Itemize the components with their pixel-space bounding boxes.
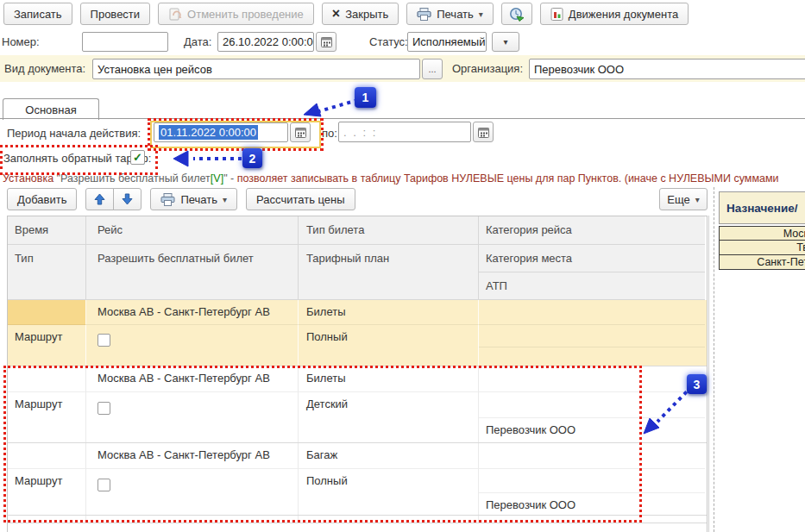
status-select[interactable]: Исполняемый [407, 32, 487, 52]
cell-ticket-type[interactable]: Багаж [299, 443, 479, 469]
org-input[interactable]: Перевозчик ООО [529, 59, 805, 79]
period-from-input[interactable]: 01.11.2022 0:00:00 [154, 122, 288, 142]
destination-row[interactable]: Тв [719, 241, 805, 255]
cell-flight-category[interactable] [479, 443, 705, 469]
cell-empty[interactable] [86, 493, 299, 515]
header-flight-category: Категория рейса [479, 216, 705, 245]
period-label: Период начала действия: [7, 127, 141, 140]
cell-time[interactable] [8, 300, 86, 325]
status-label: Статус: [369, 35, 408, 48]
free-ticket-checkbox[interactable] [97, 402, 110, 415]
cell-route[interactable]: Москва АВ - Санкт-Петербург АВ [86, 366, 299, 392]
period-to-input[interactable]: . . : : [338, 122, 471, 142]
table-group-3: Москва АВ - Санкт-Петербург АВ Багаж Мар… [8, 443, 707, 516]
period-from-value: 01.11.2022 0:00:00 [159, 125, 258, 140]
cell-row-type[interactable]: Маршрут [8, 469, 86, 493]
status-dropdown-button[interactable]: ▾ [492, 32, 519, 52]
calendar-icon [295, 127, 306, 138]
free-ticket-checkbox[interactable] [97, 334, 110, 347]
destination-matrix-header: Назначение/ [719, 191, 805, 224]
doc-kind-label: Вид документа: [4, 62, 85, 75]
doc-movements-button[interactable]: Движения документа [540, 3, 689, 25]
destination-row[interactable]: Санкт-Пет [719, 255, 805, 270]
cell-empty[interactable] [299, 493, 479, 515]
header-atp: АТП [479, 272, 705, 299]
destination-row[interactable]: Моск [719, 226, 805, 241]
cell-empty[interactable] [8, 347, 86, 366]
free-ticket-checkbox[interactable] [97, 479, 110, 491]
save-button[interactable]: Записать [3, 3, 72, 25]
annotation-badge-1: 1 [355, 87, 376, 108]
cell-atp[interactable]: Перевозчик ООО [479, 493, 705, 515]
cell-atp[interactable]: Перевозчик ООО [479, 418, 705, 442]
cell-atp[interactable] [479, 347, 705, 366]
more-button[interactable]: Еще ▾ [659, 188, 708, 210]
cell-free-ticket[interactable] [86, 325, 299, 347]
cell-seat-category[interactable] [479, 469, 705, 493]
cell-tariff-plan[interactable]: Полный [299, 469, 479, 493]
print-button-table[interactable]: Печать ▾ [150, 188, 237, 210]
refresh-icon [509, 7, 525, 22]
date-input[interactable]: 26.10.2022 0:00:00 [217, 32, 314, 52]
period-from-calendar-button[interactable] [290, 122, 311, 142]
org-label: Организация: [452, 62, 523, 75]
date-calendar-button[interactable] [316, 32, 336, 52]
header-free-ticket: Разрешить бесплатный билет [86, 245, 299, 300]
printer-icon [417, 8, 431, 21]
cell-free-ticket[interactable] [86, 469, 299, 493]
top-toolbar: Записать Провести Отменить проведение × … [3, 3, 689, 25]
cell-empty[interactable] [86, 347, 299, 366]
undo-post-button: Отменить проведение [158, 3, 314, 25]
dropdown-icon: ▾ [479, 9, 483, 19]
move-up-button[interactable] [85, 188, 114, 210]
cell-time[interactable] [8, 366, 86, 392]
cell-ticket-type[interactable]: Билеты [299, 300, 479, 325]
close-icon: × [332, 7, 340, 21]
cell-row-type[interactable]: Маршрут [8, 392, 86, 418]
table-scroll-strip[interactable] [708, 216, 709, 532]
ellipsis-icon: ... [428, 67, 436, 71]
print-button-top[interactable]: Печать ▾ [406, 3, 494, 25]
number-input[interactable] [82, 32, 168, 52]
panel-splitter[interactable] [714, 187, 714, 532]
cell-empty[interactable] [299, 347, 479, 366]
doc-kind-input[interactable]: Установка цен рейсов [92, 59, 420, 79]
cell-flight-category[interactable] [479, 300, 705, 325]
cell-seat-category[interactable] [479, 325, 705, 347]
period-to-label: по: [322, 127, 337, 140]
tariff-table: Время Рейс Тип билета Категория рейса Ти… [7, 216, 708, 532]
cell-time[interactable] [8, 443, 86, 469]
annotation-badge-2: 2 [242, 148, 262, 168]
cell-row-type[interactable]: Маршрут [8, 325, 86, 347]
calc-prices-button[interactable]: Рассчитать цены [246, 188, 355, 210]
post-button[interactable]: Провести [80, 3, 151, 25]
calendar-icon [321, 36, 332, 47]
reverse-tariff-checkbox[interactable]: ✓ [130, 150, 145, 165]
header-tariff-plan: Тарифный план [299, 245, 479, 300]
cell-tariff-plan[interactable]: Полный [299, 325, 479, 347]
cell-free-ticket[interactable] [86, 392, 299, 418]
cell-empty[interactable] [299, 418, 479, 442]
arrow-up-icon [94, 193, 105, 205]
move-down-button[interactable] [113, 188, 142, 210]
cell-tariff-plan[interactable]: Детский [299, 392, 479, 418]
cell-ticket-type[interactable]: Билеты [299, 366, 479, 392]
close-button[interactable]: × Закрыть [322, 3, 399, 25]
cell-route[interactable]: Москва АВ - Санкт-Петербург АВ [86, 443, 299, 469]
tab-underline [0, 98, 805, 119]
period-to-calendar-button[interactable] [473, 122, 494, 142]
cell-route[interactable]: Москва АВ - Санкт-Петербург АВ [86, 300, 299, 325]
refresh-button[interactable] [501, 3, 532, 25]
cell-flight-category[interactable] [479, 366, 705, 392]
undo-post-icon [168, 8, 182, 21]
table-group-1: Москва АВ - Санкт-Петербург АВ Билеты Ма… [8, 300, 707, 366]
cell-empty[interactable] [8, 418, 86, 442]
table-empty-row[interactable] [8, 516, 707, 523]
header-type: Тип [8, 245, 86, 300]
doc-kind-ellipsis-button[interactable]: ... [422, 59, 443, 79]
add-row-button[interactable]: Добавить [7, 188, 77, 210]
dropdown-icon: ▾ [503, 37, 507, 47]
cell-empty[interactable] [86, 418, 299, 442]
cell-empty[interactable] [8, 493, 86, 515]
cell-seat-category[interactable] [479, 392, 705, 418]
